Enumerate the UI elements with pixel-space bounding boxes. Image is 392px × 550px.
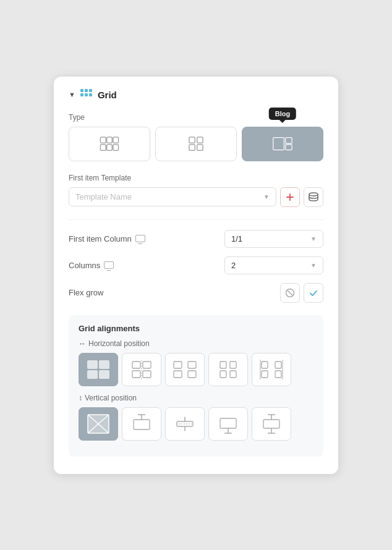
svg-rect-30 [132, 371, 140, 378]
h-align-start[interactable] [79, 353, 118, 386]
flex-grow-off-button[interactable] [280, 283, 300, 303]
svg-rect-27 [99, 370, 109, 379]
first-item-column-value: 1/1 [231, 234, 242, 243]
svg-rect-3 [80, 93, 83, 96]
columns-value: 2 [231, 261, 236, 270]
horizontal-arrow-icon: ↔ [79, 339, 86, 348]
svg-rect-25 [99, 360, 109, 369]
horizontal-position-label: ↔ Horizontal position [79, 339, 313, 348]
h-align-space-around[interactable] [208, 353, 248, 386]
svg-rect-34 [188, 362, 196, 368]
first-item-template-label: First item Template [69, 174, 323, 182]
template-row: Template Name ▼ [69, 187, 323, 207]
v-align-bottom[interactable] [208, 407, 248, 441]
svg-rect-29 [143, 362, 151, 368]
svg-rect-52 [134, 420, 150, 429]
v-align-space-between[interactable] [252, 407, 291, 441]
type-btn-grid2[interactable] [155, 127, 237, 161]
svg-rect-42 [275, 362, 281, 368]
svg-rect-12 [189, 137, 195, 142]
svg-rect-33 [174, 362, 182, 368]
svg-rect-1 [85, 89, 88, 92]
db-template-button[interactable] [304, 187, 323, 207]
grid-panel: ▼ Grid Type [54, 77, 338, 474]
type-btn-blog[interactable]: Blog [242, 127, 323, 161]
chevron-down-icon-2: ▼ [310, 262, 317, 269]
type-buttons: Blog [69, 127, 323, 161]
svg-rect-0 [80, 89, 83, 92]
panel-title: Grid [98, 90, 117, 100]
svg-rect-43 [262, 371, 268, 378]
type-btn-grid3[interactable] [69, 127, 150, 161]
svg-rect-41 [262, 362, 268, 368]
first-item-column-row: First item Column 1/1 ▼ [69, 230, 323, 248]
svg-rect-7 [107, 137, 113, 142]
vertical-arrow-icon: ↕ [79, 394, 82, 402]
svg-rect-38 [230, 362, 236, 368]
svg-rect-6 [100, 137, 106, 142]
flex-grow-toggles [280, 283, 323, 303]
horizontal-align-buttons [79, 353, 313, 386]
vertical-position-label: ↕ Vertical position [79, 394, 313, 402]
chevron-down-icon: ▼ [310, 235, 317, 242]
vertical-align-buttons [79, 407, 313, 441]
flex-grow-on-button[interactable] [304, 283, 323, 303]
grid-alignments-title: Grid alignments [79, 324, 313, 333]
first-item-column-select[interactable]: 1/1 ▼ [224, 230, 323, 248]
template-placeholder: Template Name [75, 192, 132, 201]
svg-rect-36 [188, 371, 196, 378]
columns-row: Columns 2 ▼ [69, 256, 323, 274]
svg-rect-17 [286, 137, 292, 143]
svg-rect-39 [220, 371, 226, 378]
flex-grow-row: Flex grow [69, 283, 323, 303]
svg-rect-5 [89, 93, 92, 96]
template-name-select[interactable]: Template Name ▼ [69, 187, 276, 206]
svg-rect-11 [113, 144, 119, 150]
columns-select[interactable]: 2 ▼ [224, 256, 323, 274]
svg-rect-14 [189, 144, 195, 150]
svg-line-23 [288, 290, 292, 295]
collapse-arrow[interactable]: ▼ [69, 91, 75, 98]
monitor-icon-1 [135, 235, 145, 242]
svg-rect-18 [286, 144, 292, 150]
svg-rect-4 [85, 93, 88, 96]
svg-rect-8 [113, 137, 119, 142]
svg-rect-37 [220, 362, 226, 368]
grid-icon [80, 89, 93, 101]
horizontal-position-text: Horizontal position [88, 339, 150, 348]
first-item-column-label: First item Column [69, 234, 145, 243]
h-align-space-between[interactable] [165, 353, 205, 386]
h-align-space-evenly[interactable] [252, 353, 291, 386]
svg-rect-44 [275, 371, 281, 378]
panel-header: ▼ Grid [69, 89, 323, 101]
svg-rect-64 [263, 420, 279, 428]
svg-rect-24 [87, 360, 98, 369]
svg-rect-16 [273, 137, 284, 150]
svg-rect-10 [107, 144, 113, 150]
svg-rect-28 [132, 362, 140, 368]
svg-rect-31 [143, 371, 151, 378]
svg-point-21 [309, 193, 318, 196]
add-template-button[interactable] [280, 187, 300, 207]
monitor-icon-2 [104, 261, 114, 269]
h-align-center[interactable] [122, 353, 161, 386]
svg-rect-59 [220, 418, 236, 428]
grid-alignments-section: Grid alignments ↔ Horizontal position [69, 315, 323, 457]
v-align-top[interactable] [122, 407, 161, 441]
v-align-stretch[interactable] [79, 407, 118, 441]
divider-1 [69, 219, 323, 220]
svg-rect-9 [100, 144, 106, 150]
svg-rect-15 [197, 144, 203, 150]
svg-rect-40 [230, 371, 236, 378]
v-align-middle[interactable] [165, 407, 205, 441]
svg-rect-26 [87, 370, 98, 379]
columns-text: Columns [69, 261, 100, 270]
svg-rect-13 [197, 137, 203, 142]
blog-tooltip: Blog [269, 108, 296, 120]
vertical-position-text: Vertical position [85, 394, 137, 402]
svg-rect-35 [174, 371, 182, 378]
svg-rect-2 [89, 89, 92, 92]
first-item-column-text: First item Column [69, 234, 132, 243]
columns-label: Columns [69, 261, 114, 270]
flex-grow-label: Flex grow [69, 288, 103, 297]
